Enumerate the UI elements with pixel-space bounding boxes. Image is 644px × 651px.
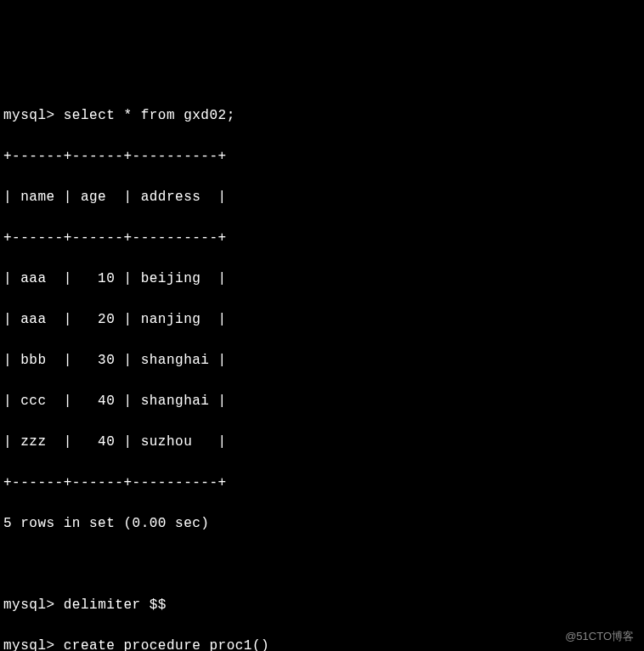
mysql-terminal[interactable]: mysql> select * from gxd02; +------+----… xyxy=(3,85,641,651)
table-row: | zzz | 40 | suzhou | xyxy=(3,432,641,452)
table-border: +------+------+----------+ xyxy=(3,473,641,493)
watermark-text: @51CTO博客 xyxy=(565,628,634,645)
command-line: mysql> delimiter $$ xyxy=(3,595,641,615)
sql-command: select * from gxd02; xyxy=(64,108,235,123)
table-row: | aaa | 10 | beijing | xyxy=(3,269,641,289)
result-status: 5 rows in set (0.00 sec) xyxy=(3,513,641,534)
prompt: mysql> xyxy=(3,108,55,123)
table-border: +------+------+----------+ xyxy=(3,146,641,167)
blank-line xyxy=(3,554,641,575)
prompt: mysql> xyxy=(3,638,55,651)
table-row: | bbb | 30 | shanghai | xyxy=(3,350,641,371)
command-line: mysql> select * from gxd02; xyxy=(3,105,641,126)
command-line: mysql> create procedure proc1() xyxy=(3,636,641,651)
prompt: mysql> xyxy=(3,597,55,613)
table-row: | aaa | 20 | nanjing | xyxy=(3,309,641,330)
table-row: | ccc | 40 | shanghai | xyxy=(3,391,641,411)
table-header: | name | age | address | xyxy=(3,187,641,207)
table-border: +------+------+----------+ xyxy=(3,228,641,248)
sql-command: create procedure proc1() xyxy=(64,638,269,651)
sql-command: delimiter $$ xyxy=(64,597,167,613)
